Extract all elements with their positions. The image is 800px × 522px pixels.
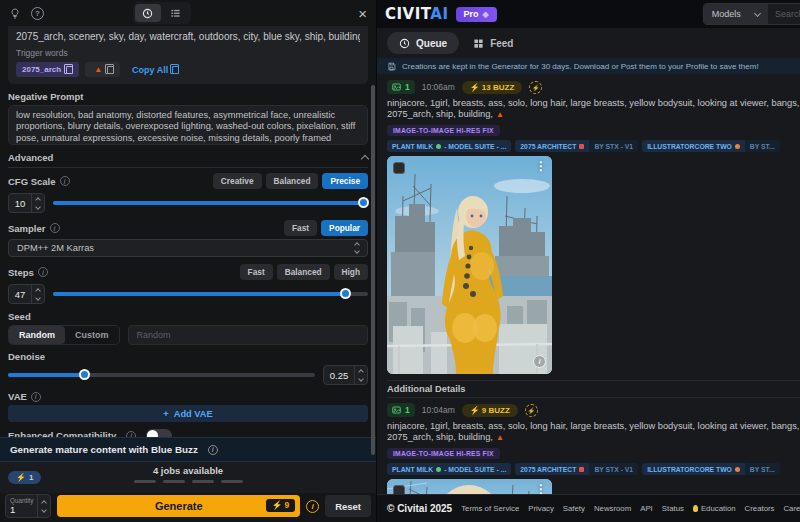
footer-link-creators[interactable]: Creators: [745, 504, 775, 513]
copy-all-button[interactable]: Copy All: [132, 65, 179, 75]
warning-icon: ▲: [496, 110, 504, 119]
generation-info-icon[interactable]: i: [306, 500, 319, 513]
resource-badge[interactable]: 2075 ARCHITECT BY STX - V1: [515, 463, 638, 475]
trigger-word-badge[interactable]: 2075_arch: [16, 62, 79, 77]
resource-badge[interactable]: PLANT MILK- MODEL SUITE - ...: [387, 140, 511, 152]
quantity-stepper[interactable]: [37, 495, 50, 517]
buzz-cost-badge: ⚡13 BUZZ: [462, 81, 522, 94]
steps-slider[interactable]: [53, 292, 368, 296]
cfg-number-field[interactable]: [9, 194, 31, 212]
search-scope-dropdown[interactable]: Models: [704, 4, 768, 24]
generation-form: 2075_arch, scenery, sky, day, watercraft…: [0, 26, 376, 437]
resource-badge[interactable]: ILLUSTRATORCORE TWO BY ST...: [642, 463, 780, 475]
queue-item: 1 10:04am ⚡9 BUZZ ⚡ ninjacore, 1girl, br…: [387, 402, 800, 494]
copyright: © Civitai 2025: [387, 503, 452, 514]
steps-preset-high[interactable]: High: [334, 264, 368, 280]
image-menu-icon[interactable]: ⋮: [535, 159, 547, 173]
cfg-preset-balanced[interactable]: Balanced: [266, 173, 319, 189]
seed-custom-button[interactable]: Custom: [65, 326, 119, 344]
steps-stepper[interactable]: [31, 285, 44, 303]
add-vae-button[interactable]: +Add VAE: [8, 405, 368, 422]
image-select-checkbox[interactable]: [393, 162, 405, 174]
top-navbar: CIVITAI Pro◆ Models /: [377, 0, 800, 28]
steps-preset-fast[interactable]: Fast: [240, 264, 273, 280]
additional-details-toggle[interactable]: Additional Details: [387, 380, 800, 398]
footer-link-education[interactable]: Education: [693, 504, 736, 513]
quantity-field[interactable]: [10, 504, 28, 515]
image-icon: [392, 83, 401, 91]
image-menu-icon[interactable]: ⋮: [535, 482, 547, 494]
cfg-slider[interactable]: [53, 201, 368, 205]
steps-preset-balanced[interactable]: Balanced: [277, 264, 330, 280]
workflow-badge[interactable]: IMAGE-TO-IMAGE HI-RES FIX: [387, 448, 500, 459]
seed-random-button[interactable]: Random: [9, 326, 65, 344]
cfg-stepper[interactable]: [31, 194, 44, 212]
generated-image[interactable]: ⋮ i: [387, 156, 552, 374]
seed-input[interactable]: [128, 325, 369, 345]
trigger-word-warning-badge[interactable]: ▲: [85, 62, 120, 77]
steps-slider-knob[interactable]: [340, 288, 351, 299]
info-icon[interactable]: i: [38, 267, 48, 277]
sampler-select[interactable]: DPM++ 2M Karras: [8, 239, 368, 257]
cfg-preset-creative[interactable]: Creative: [213, 173, 262, 189]
queue-feed-tabs: Queue Feed: [377, 28, 800, 58]
resource-badge[interactable]: PLANT MILK- MODEL SUITE - ...: [387, 463, 511, 475]
resource-badge[interactable]: ILLUSTRATORCORE TWO BY ST...: [642, 140, 780, 152]
history-view-button[interactable]: [135, 4, 161, 22]
sampler-preset-popular[interactable]: Popular: [321, 220, 368, 236]
cfg-preset-precise[interactable]: Precise: [322, 173, 368, 189]
help-icon[interactable]: ?: [31, 7, 44, 20]
footer-link-privacy[interactable]: Privacy: [528, 504, 554, 513]
enhanced-compatibility-toggle[interactable]: [146, 429, 172, 437]
denoise-stepper[interactable]: [354, 366, 367, 384]
lightbulb-icon: [693, 505, 698, 512]
steps-number-field[interactable]: [9, 285, 31, 303]
generated-image[interactable]: ⋮: [387, 479, 552, 494]
image-info-icon[interactable]: i: [533, 355, 546, 368]
info-icon[interactable]: i: [31, 392, 41, 402]
model-icon: [579, 144, 584, 149]
denoise-number-field[interactable]: [324, 366, 354, 384]
civitai-logo[interactable]: CIVITAI: [385, 5, 449, 23]
search-input[interactable]: [768, 4, 800, 24]
cfg-slider-knob[interactable]: [358, 197, 369, 208]
queue-item-prompt[interactable]: ninjacore, 1girl, breasts, ass, solo, lo…: [387, 421, 800, 442]
boost-ring-icon[interactable]: ⚡: [525, 404, 538, 417]
generate-button[interactable]: Generate ⚡9: [57, 495, 300, 517]
pro-badge[interactable]: Pro◆: [456, 7, 497, 22]
steps-value-input: [8, 284, 45, 304]
tab-queue[interactable]: Queue: [387, 32, 459, 54]
workflow-badge[interactable]: IMAGE-TO-IMAGE HI-RES FIX: [387, 125, 500, 136]
sampler-preset-fast[interactable]: Fast: [284, 220, 317, 236]
copy-icon[interactable]: [107, 66, 114, 74]
negative-prompt-input[interactable]: low resolution, bad anatomy, distorted f…: [8, 105, 368, 145]
buzz-cost-badge: ⚡9 BUZZ: [462, 404, 518, 417]
footer-link-api[interactable]: API: [640, 504, 653, 513]
grid-view-button[interactable]: [163, 4, 189, 22]
sidebar-scrollbar[interactable]: [371, 30, 375, 490]
info-icon[interactable]: i: [50, 223, 60, 233]
queue-item-prompt[interactable]: ninjacore, 1girl, breasts, ass, solo, lo…: [387, 98, 800, 119]
prompt-preview[interactable]: 2075_arch, scenery, sky, day, watercraft…: [16, 31, 360, 42]
lightbulb-icon[interactable]: [9, 7, 21, 20]
footer-link-safety[interactable]: Safety: [563, 504, 585, 513]
denoise-slider-knob[interactable]: [79, 369, 90, 380]
footer-link-newsroom[interactable]: Newsroom: [594, 504, 631, 513]
resource-badge[interactable]: 2075 ARCHITECT BY STX - V1: [515, 140, 638, 152]
copy-icon[interactable]: [66, 66, 73, 74]
timestamp: 10:06am: [422, 82, 455, 92]
footer-link-terms[interactable]: Terms of Service: [461, 504, 519, 513]
boost-ring-icon[interactable]: ⚡: [529, 81, 542, 94]
info-icon[interactable]: i: [208, 445, 218, 455]
image-icon: [392, 406, 401, 414]
image-select-checkbox[interactable]: [393, 485, 405, 494]
advanced-section-header[interactable]: Advanced: [8, 152, 368, 168]
info-icon[interactable]: i: [60, 176, 70, 186]
tab-feed[interactable]: Feed: [473, 38, 513, 49]
leaf-icon: [436, 144, 441, 149]
close-icon[interactable]: ×: [358, 6, 367, 21]
footer-link-status[interactable]: Status: [662, 504, 684, 513]
reset-button[interactable]: Reset: [325, 495, 371, 517]
denoise-slider[interactable]: [8, 373, 315, 377]
footer-link-careers[interactable]: Careers: [783, 504, 800, 513]
